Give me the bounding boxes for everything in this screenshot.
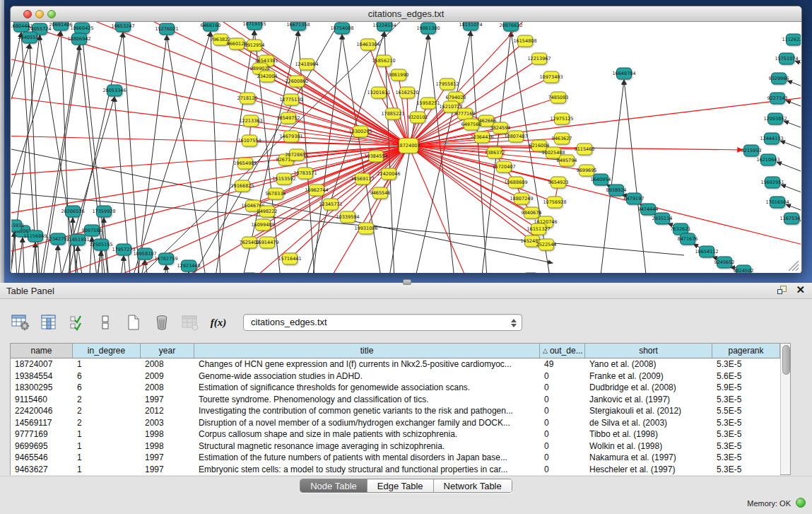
column-header-name[interactable]: name bbox=[11, 344, 73, 358]
cell[interactable]: 18724007 bbox=[11, 358, 73, 370]
graph-node[interactable]: 18783571 bbox=[293, 168, 317, 179]
cell[interactable]: 0 bbox=[540, 452, 585, 464]
cell[interactable]: 22420046 bbox=[11, 405, 73, 417]
graph-node[interactable]: 17955812 bbox=[435, 78, 459, 90]
cell[interactable]: 0 bbox=[540, 428, 585, 440]
cell[interactable]: 6 bbox=[73, 370, 141, 382]
graph-node[interactable]: 17885221 bbox=[381, 108, 404, 119]
graph-node[interactable]: 6497568 bbox=[461, 119, 482, 130]
graph-node[interactable]: 9329966 bbox=[769, 73, 789, 84]
network-canvas[interactable]: 1680444124055724206914061866042510653247… bbox=[11, 22, 801, 273]
graph-node[interactable]: 17359928 bbox=[92, 206, 115, 217]
cell[interactable]: 1997 bbox=[141, 452, 194, 464]
graph-node[interactable]: 20691406 bbox=[49, 22, 72, 30]
cell[interactable]: 2 bbox=[73, 394, 141, 406]
cell[interactable]: de Silva et al. (2003) bbox=[585, 417, 712, 429]
graph-node[interactable]: 6466160 bbox=[201, 22, 221, 31]
graph-node[interactable]: 10756928 bbox=[543, 197, 566, 208]
graph-node[interactable]: 9320101 bbox=[408, 112, 428, 123]
graph-node[interactable]: 17957273 bbox=[112, 244, 135, 255]
cell[interactable]: 2003 bbox=[141, 417, 194, 429]
graph-node[interactable]: 16099489 bbox=[251, 219, 274, 230]
graph-node[interactable]: 9463627 bbox=[552, 133, 572, 144]
cell[interactable]: 0 bbox=[540, 382, 585, 394]
graph-node[interactable]: 6479197 bbox=[624, 193, 645, 204]
graph-node[interactable]: 8471676 bbox=[678, 233, 698, 245]
cell[interactable]: 5.6E-5 bbox=[712, 370, 780, 382]
graph-node[interactable]: 9465546 bbox=[370, 187, 391, 199]
cell[interactable]: Dudbridge et al. (2008) bbox=[585, 382, 712, 394]
cell[interactable]: Franke et al. (2009) bbox=[585, 370, 712, 382]
cell[interactable]: Disruption of a novel member of a sodium… bbox=[194, 417, 540, 429]
table-row[interactable]: 946554611997Estimation of the future num… bbox=[11, 452, 780, 464]
tab-network-table[interactable]: Network Table bbox=[434, 479, 512, 492]
graph-node[interactable]: 12923448 bbox=[177, 260, 200, 271]
graph-node[interactable]: 10653247 bbox=[111, 22, 134, 32]
cell[interactable]: 0 bbox=[540, 405, 585, 417]
graph-node[interactable]: 16671358 bbox=[286, 22, 310, 30]
graph-node[interactable]: 12093852 bbox=[763, 113, 787, 124]
graph-node[interactable]: 9115460 bbox=[575, 144, 595, 155]
graph-node[interactable]: 7386372 bbox=[485, 147, 505, 158]
graph-node[interactable]: 11675342 bbox=[779, 213, 801, 224]
cell[interactable]: 14569117 bbox=[11, 417, 73, 429]
graph-node[interactable]: 16782759 bbox=[154, 253, 177, 264]
graph-node[interactable]: 11126221 bbox=[782, 34, 801, 45]
table-row[interactable]: 1872400712008Changes of HCN gene express… bbox=[11, 358, 780, 370]
cell[interactable]: Wolkin et al. (1998) bbox=[585, 440, 712, 452]
cell[interactable]: 0 bbox=[540, 440, 585, 452]
graph-node[interactable]: 2935114 bbox=[652, 213, 673, 224]
graph-node[interactable]: 10719155 bbox=[242, 22, 266, 30]
cell[interactable]: 5.3E-5 bbox=[712, 452, 780, 464]
graph-node[interactable]: 19654985 bbox=[233, 158, 257, 169]
graph-node[interactable]: 28053346 bbox=[102, 85, 126, 96]
graph-node[interactable]: 18806942 bbox=[67, 33, 90, 45]
graph-node[interactable]: 5498222 bbox=[257, 206, 278, 217]
graph-node[interactable]: 16648784 bbox=[612, 68, 635, 79]
network-view-window[interactable]: citations_edges.txt 16804441240557242069… bbox=[10, 6, 802, 272]
graph-node[interactable]: 18549752 bbox=[276, 112, 300, 124]
cell[interactable]: Estimation of the future numbers of pati… bbox=[194, 452, 540, 464]
cell[interactable]: 9699695 bbox=[11, 440, 73, 452]
graph-node[interactable]: 10654112 bbox=[695, 246, 718, 257]
cell[interactable]: 6 bbox=[73, 382, 141, 394]
cell[interactable]: 2012 bbox=[141, 405, 194, 417]
graph-node[interactable]: 16154808 bbox=[513, 35, 536, 47]
cell[interactable]: Yano et al. (2008) bbox=[585, 358, 712, 370]
cell[interactable]: 5.5E-5 bbox=[712, 405, 780, 417]
graph-node[interactable]: 10688609 bbox=[504, 177, 527, 188]
graph-node[interactable]: 18300295 bbox=[348, 126, 372, 137]
graph-node[interactable]: 12345771 bbox=[319, 199, 342, 210]
graph-node[interactable]: 5678334 bbox=[266, 188, 286, 199]
table-row[interactable]: 2242004622012Investigating the contribut… bbox=[11, 405, 780, 417]
cell[interactable]: 0 bbox=[540, 370, 585, 382]
graph-node[interactable]: 9097588 bbox=[82, 225, 102, 236]
cell[interactable]: Changes of HCN gene expression and I(f) … bbox=[194, 358, 540, 370]
cell[interactable]: Stergiakouli et al. (2012) bbox=[585, 405, 712, 417]
cell[interactable]: 1998 bbox=[141, 428, 194, 440]
cell[interactable]: Tourette syndrome. Phenomenology and cla… bbox=[194, 394, 540, 406]
column-header-out_de[interactable]: △out_de... bbox=[540, 344, 585, 358]
tab-node-table[interactable]: Node Table bbox=[300, 479, 367, 492]
cell[interactable]: 2 bbox=[73, 417, 141, 429]
graph-node[interactable]: 15856210 bbox=[372, 55, 395, 66]
graph-node[interactable]: 15751074 bbox=[775, 53, 798, 64]
cell[interactable]: 5.3E-5 bbox=[712, 428, 780, 440]
checklist-icon[interactable] bbox=[66, 312, 88, 333]
cell[interactable]: 2008 bbox=[141, 382, 194, 394]
cell[interactable]: 2009 bbox=[141, 370, 194, 382]
table-scrollbar[interactable] bbox=[780, 344, 790, 474]
graph-node[interactable]: 9227343 bbox=[767, 93, 788, 104]
select-column-icon[interactable] bbox=[38, 312, 59, 333]
cell[interactable]: 1 bbox=[73, 358, 141, 370]
graph-node[interactable]: 22600862 bbox=[285, 76, 308, 87]
cell[interactable]: 5.3E-5 bbox=[712, 358, 780, 370]
cell[interactable]: 49 bbox=[540, 358, 585, 370]
cell[interactable]: 5.3E-5 bbox=[712, 440, 780, 452]
float-window-icon[interactable] bbox=[777, 285, 787, 295]
graph-node[interactable]: 3824594 bbox=[490, 122, 511, 134]
column-header-short[interactable]: short bbox=[585, 344, 712, 358]
cell[interactable]: 2008 bbox=[141, 358, 194, 370]
column-header-in_degree[interactable]: in_degree bbox=[73, 344, 141, 358]
function-icon[interactable]: f(x) bbox=[208, 312, 229, 333]
